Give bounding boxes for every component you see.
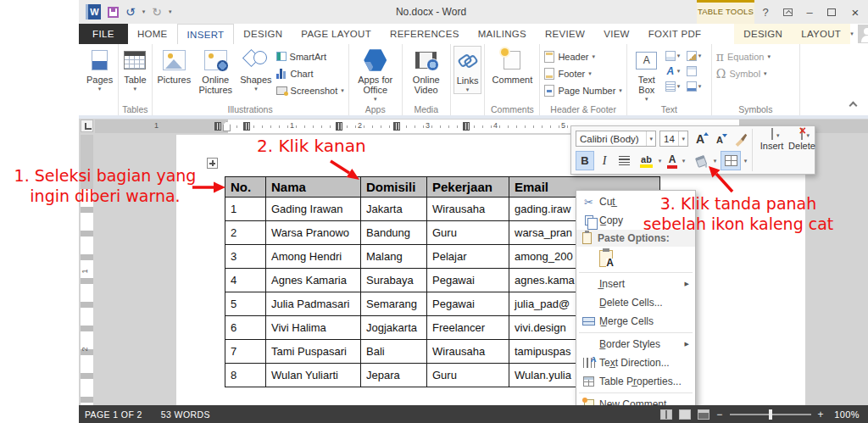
tab-insert[interactable]: INSERT xyxy=(177,24,235,44)
user-avatar[interactable] xyxy=(858,25,868,43)
cell[interactable]: 2 xyxy=(225,221,266,245)
cell[interactable]: Wirausaha xyxy=(427,340,509,364)
menu-item-insert[interactable]: I̲nsert ▶ xyxy=(576,275,695,293)
tab-home[interactable]: HOME xyxy=(128,24,177,44)
font-color-dropdown-icon[interactable]: ▾ xyxy=(680,151,687,170)
cell[interactable]: Semarang xyxy=(361,292,427,316)
help-button[interactable]: ? xyxy=(754,0,776,24)
tab-table-design[interactable]: DESIGN xyxy=(734,24,792,44)
table-column-marker[interactable] xyxy=(243,122,250,131)
cell[interactable]: Jepara xyxy=(361,364,427,387)
cell[interactable]: Agnes Kamaria xyxy=(266,269,361,292)
qat-customize-icon[interactable]: ▾ xyxy=(169,8,172,15)
symbol-button[interactable]: Ω Symbol ▾ xyxy=(716,66,771,81)
cell[interactable]: Surabaya xyxy=(361,269,427,292)
collapse-ribbon-icon[interactable] xyxy=(849,102,858,110)
cell[interactable]: Guru xyxy=(427,221,509,245)
italic-button[interactable]: I xyxy=(597,151,612,170)
account-dropdown-icon[interactable]: ▾ xyxy=(850,31,854,37)
shrink-font-button[interactable]: A xyxy=(711,132,728,147)
zoom-slider[interactable] xyxy=(730,414,811,415)
highlight-dropdown-icon[interactable]: ▾ xyxy=(656,151,664,170)
header-pekerjaan[interactable]: Pekerjaan xyxy=(427,177,509,198)
word-count[interactable]: 53 WORDS xyxy=(161,409,210,420)
text-highlight-button[interactable]: ab xyxy=(636,151,657,170)
table-column-marker[interactable] xyxy=(393,122,400,131)
online-video-button[interactable]: Online Video xyxy=(405,46,448,96)
header-button[interactable]: Header ▾ xyxy=(544,49,621,64)
cell[interactable]: Vivi Halima xyxy=(266,316,361,340)
cell[interactable]: 1 xyxy=(225,198,266,221)
smartart-button[interactable]: SmartArt xyxy=(276,49,344,64)
cell[interactable]: 5 xyxy=(225,292,266,316)
web-layout-button[interactable] xyxy=(698,409,709,420)
table-button[interactable]: Table ▾ xyxy=(121,46,148,92)
page-number-button[interactable]: Page Number ▾ xyxy=(544,83,621,97)
equation-button[interactable]: π Equation ▾ xyxy=(716,49,771,64)
zoom-level[interactable]: 100% xyxy=(831,409,860,420)
cell[interactable]: Freelancer xyxy=(427,316,509,340)
shading-dropdown-icon[interactable]: ▾ xyxy=(711,151,719,170)
maximize-button[interactable] xyxy=(821,0,843,24)
cell[interactable]: Malang xyxy=(361,245,427,269)
tab-review[interactable]: REVIEW xyxy=(536,24,594,44)
quick-parts-button[interactable]: ▾ xyxy=(665,48,686,63)
cell[interactable]: Gading Irawan xyxy=(266,198,361,221)
screenshot-button[interactable]: Screenshot ▾ xyxy=(276,83,344,97)
wordart-button[interactable]: A▾ xyxy=(665,64,686,78)
redo-icon[interactable]: ↻ xyxy=(152,6,162,18)
tab-design[interactable]: DESIGN xyxy=(234,24,292,44)
cell[interactable]: 6 xyxy=(225,316,266,340)
bold-button[interactable]: B xyxy=(576,151,594,170)
paste-keep-text-button[interactable]: A xyxy=(576,247,695,270)
cell[interactable]: 8 xyxy=(225,364,266,387)
cell[interactable]: Jakarta xyxy=(361,198,427,221)
zoom-in-button[interactable]: + xyxy=(818,409,824,420)
apps-for-office-button[interactable]: Apps for Office ▾ xyxy=(352,46,399,103)
pictures-button[interactable]: Pictures xyxy=(155,46,194,86)
close-button[interactable]: × xyxy=(843,0,868,24)
cell[interactable]: Julia Padmasari xyxy=(266,292,361,316)
delete-cells-button[interactable]: ×▾ Delete xyxy=(788,129,815,171)
cell[interactable]: 3 xyxy=(225,245,266,269)
header-nama[interactable]: Nama xyxy=(266,177,361,198)
chart-button[interactable]: Chart xyxy=(276,66,344,81)
date-time-button[interactable] xyxy=(687,64,707,78)
minimize-button[interactable]: – xyxy=(798,0,821,24)
read-mode-button[interactable] xyxy=(660,409,672,420)
cell[interactable]: Pelajar xyxy=(427,245,509,269)
shapes-button[interactable]: Shapes ▾ xyxy=(237,46,274,92)
borders-button[interactable] xyxy=(721,151,741,170)
signature-line-button[interactable]: ▾ xyxy=(687,48,707,63)
cell[interactable]: Tami Puspasari xyxy=(266,340,361,364)
cell[interactable]: 4 xyxy=(225,269,266,292)
pages-button[interactable]: Pages ▾ xyxy=(84,46,115,92)
font-size-select[interactable]: 14 ▾ xyxy=(659,131,688,147)
font-name-select[interactable]: Calibri (Body) ▾ xyxy=(576,131,656,147)
zoom-slider-handle[interactable] xyxy=(769,409,772,420)
cell[interactable]: Among Hendri xyxy=(266,245,361,269)
table-column-marker[interactable] xyxy=(463,122,470,131)
tab-table-layout[interactable]: LAYOUT xyxy=(792,24,850,44)
tab-file[interactable]: FILE xyxy=(79,24,128,44)
save-icon[interactable] xyxy=(108,7,119,18)
text-box-button[interactable]: A Text Box ▾ xyxy=(630,46,664,103)
footer-button[interactable]: Footer ▾ xyxy=(544,66,621,81)
insert-cells-button[interactable]: ▾ Insert xyxy=(752,129,787,171)
tab-view[interactable]: VIEW xyxy=(594,24,639,44)
cell[interactable]: Bandung xyxy=(361,221,427,245)
comment-button[interactable]: Comment xyxy=(487,46,537,86)
print-layout-button[interactable] xyxy=(679,409,691,420)
page-indicator[interactable]: PAGE 1 OF 2 xyxy=(85,409,142,420)
cell[interactable]: Warsa Pranowo xyxy=(266,221,361,245)
borders-dropdown-icon[interactable]: ▾ xyxy=(742,151,749,170)
cell[interactable]: Pegawai xyxy=(427,292,509,316)
menu-item-merge-cells[interactable]: M̲erge Cells xyxy=(576,312,695,331)
header-domisili[interactable]: Domisili xyxy=(361,177,427,198)
cell[interactable]: Wulan Yuliarti xyxy=(266,364,361,387)
header-no[interactable]: No. xyxy=(225,177,266,198)
cell[interactable]: Wirausaha xyxy=(427,198,509,221)
tab-foxit-pdf[interactable]: FOXIT PDF xyxy=(639,24,711,44)
cell[interactable]: Jogjakarta xyxy=(361,316,427,340)
tab-page-layout[interactable]: PAGE LAYOUT xyxy=(292,24,381,44)
